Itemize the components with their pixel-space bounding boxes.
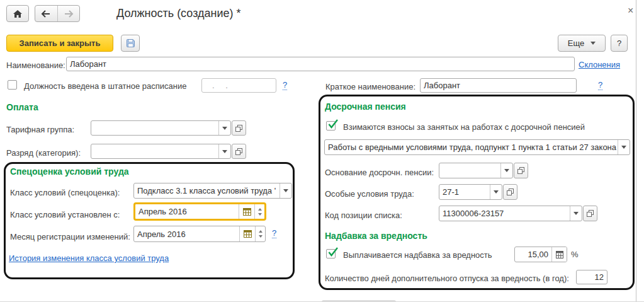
staffing-checkbox[interactable] [8, 80, 17, 90]
list-position-code-open-button[interactable] [583, 206, 597, 221]
contributions-checkbox[interactable] [326, 121, 336, 131]
pension-title: Досрочная пенсия [325, 102, 406, 112]
dropdown-arrow-icon[interactable] [218, 121, 230, 135]
hazard-percent-value: 15,00 [515, 247, 551, 262]
dropdown-arrow-icon[interactable] [500, 163, 512, 178]
calendar-icon [243, 208, 251, 216]
grade-open-button[interactable] [232, 144, 246, 159]
more-button[interactable]: Еще [558, 35, 606, 52]
calendar-icon [244, 230, 252, 238]
special-conditions-value: 27-1 [439, 185, 490, 199]
open-icon [587, 210, 594, 217]
save-icon [126, 38, 135, 48]
calculator-icon [556, 251, 563, 258]
close-icon[interactable]: × [628, 6, 633, 16]
class-set-from-label: Класс условий установлен с: [10, 210, 120, 220]
special-conditions-combobox[interactable]: 27-1 [439, 184, 502, 200]
list-position-code-combobox[interactable]: 11300006-23157 [439, 206, 582, 221]
short-name-help-link[interactable]: ? [598, 80, 602, 90]
vacation-days-label: Количество дней дополнительного отпуска … [325, 274, 569, 284]
pension-basis-open-button[interactable] [514, 163, 528, 178]
condition-class-value: Подкласс 3.1 класса условий труда ' [134, 183, 280, 198]
dropdown-arrow-icon[interactable] [280, 183, 291, 198]
save-button[interactable] [121, 35, 140, 52]
dropdown-arrow-icon[interactable] [218, 144, 230, 158]
spinner-up-icon[interactable] [259, 230, 263, 233]
dropdown-arrow-icon[interactable] [570, 206, 582, 221]
registration-month-help-link[interactable]: ? [272, 228, 276, 238]
pay-section-title: Оплата [6, 102, 38, 112]
class-set-from-value: Апрель 2016 [135, 204, 239, 219]
list-position-code-label: Код позиции списка: [325, 211, 402, 221]
tariff-group-combobox[interactable] [91, 120, 231, 136]
month-spinner[interactable] [254, 204, 264, 219]
staffing-checkbox-label: Должность введена в штатное расписание [24, 81, 186, 91]
hazard-percent-field[interactable]: 15,00 [514, 247, 567, 262]
list-position-code-value: 11300006-23157 [439, 206, 570, 221]
registration-month-label: Месяц регистрации изменений: [10, 232, 130, 242]
open-icon [235, 125, 242, 132]
grade-label: Разряд (категория): [6, 148, 81, 158]
spinner-down-icon[interactable] [258, 213, 262, 216]
page-title: Должность (создание) * [116, 7, 241, 20]
home-button[interactable] [6, 5, 29, 22]
dropdown-arrow-icon[interactable] [618, 140, 630, 154]
checkmark-icon [327, 119, 339, 130]
history-nav [35, 5, 80, 22]
open-icon [507, 189, 514, 195]
forward-arrow-icon [64, 10, 74, 18]
tariff-group-open-button[interactable] [232, 120, 246, 136]
class-set-from-field[interactable]: Апрель 2016 [133, 202, 266, 221]
condition-class-label: Класс условий (спецоценка): [10, 188, 120, 198]
work-kind-combobox[interactable]: Работы с вредными условиями труда, подпу… [324, 139, 630, 155]
month-spinner[interactable] [255, 226, 265, 241]
back-button[interactable] [35, 6, 57, 21]
calculator-button[interactable] [551, 247, 567, 262]
calendar-button[interactable] [239, 204, 254, 219]
home-icon [13, 9, 23, 18]
chevron-down-icon [590, 42, 596, 45]
name-input[interactable] [66, 57, 575, 71]
registration-month-field[interactable]: Апрель 2016 [133, 226, 266, 242]
tariff-group-value [91, 121, 218, 135]
window-right-border [636, 0, 636, 302]
forward-button[interactable] [57, 6, 79, 21]
short-name-input[interactable] [420, 78, 577, 93]
percent-sign: % [571, 250, 579, 260]
checkmark-icon [327, 247, 339, 258]
pension-basis-label: Основание досрочн. пенсии: [325, 168, 434, 178]
contributions-checkbox-label: Взимаются взносы за занятых на работах с… [343, 122, 585, 132]
calendar-button[interactable] [239, 226, 255, 241]
help-button[interactable]: ? [611, 35, 628, 52]
declensions-link[interactable]: Склонения [579, 60, 620, 69]
condition-class-combobox[interactable]: Подкласс 3.1 класса условий труда ' [133, 183, 292, 199]
pension-basis-value [439, 163, 500, 178]
history-link[interactable]: История изменения класса условий труда [9, 253, 169, 263]
dropdown-arrow-icon[interactable] [490, 185, 502, 199]
spinner-down-icon[interactable] [259, 235, 263, 238]
open-icon [517, 167, 524, 174]
open-icon [235, 148, 242, 155]
more-button-label: Еще [568, 38, 584, 48]
vacation-days-input[interactable] [576, 270, 607, 284]
staffing-date-input[interactable]: . . [201, 78, 276, 93]
save-and-close-button[interactable]: Записать и закрыть [6, 35, 113, 52]
spinner-up-icon[interactable] [258, 208, 262, 211]
registration-month-value: Апрель 2016 [134, 226, 239, 241]
grade-value [91, 144, 218, 158]
hazard-paid-checkbox-label: Выплачивается надбавка за вредность [343, 250, 492, 260]
hazard-title: Надбавка за вредность [325, 231, 427, 241]
position-form-window: Должность (создание) * × Записать и закр… [0, 0, 644, 302]
short-name-label: Краткое наименование: [325, 82, 415, 92]
staffing-help-link[interactable]: ? [283, 80, 287, 90]
hazard-paid-checkbox[interactable] [326, 249, 336, 258]
special-conditions-open-button[interactable] [503, 184, 517, 200]
name-label: Наименование: [6, 61, 65, 71]
back-arrow-icon [41, 10, 51, 18]
grade-combobox[interactable] [91, 144, 231, 159]
tariff-group-label: Тарифная группа: [6, 125, 74, 135]
work-kind-value: Работы с вредными условиями труда, подпу… [325, 140, 618, 154]
special-conditions-label: Особые условия труда: [325, 189, 414, 199]
pension-basis-combobox[interactable] [439, 163, 513, 178]
assessment-title: Спецоценка условий труда [10, 166, 129, 177]
